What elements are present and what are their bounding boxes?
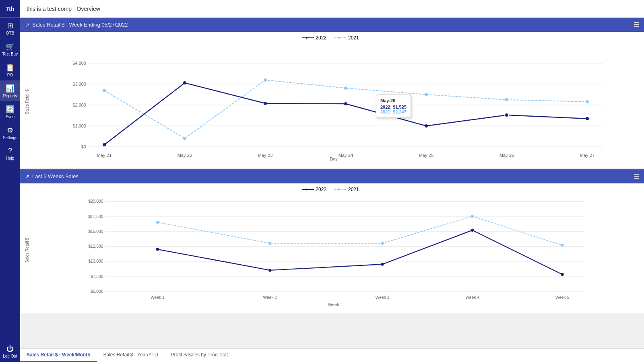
- svg-text:Week 2: Week 2: [263, 295, 277, 300]
- chart1-dot-2022-1: [103, 143, 106, 146]
- svg-text:May-23: May-23: [258, 153, 273, 158]
- svg-text:May-25: May-25: [419, 153, 434, 158]
- tab-week-month-label: Sales Retail $ - Week/Month: [27, 352, 91, 358]
- svg-text:$1,000: $1,000: [72, 123, 86, 128]
- svg-marker-24: [339, 188, 341, 191]
- tab-profit[interactable]: Profit $/Sales by Prod. Cat.: [165, 349, 236, 362]
- svg-text:$15,000: $15,000: [88, 229, 103, 234]
- sidebar-item-otb[interactable]: ⊞ OTB: [0, 18, 20, 39]
- chart2-menu-icon[interactable]: ☰: [634, 173, 639, 180]
- chart1-header-left: ↗ Sales Retail $ - Week Ending 05/27/202…: [25, 22, 128, 28]
- chart2-dot-2021-5: [561, 244, 564, 247]
- chart2-dot-2021-4: [471, 215, 474, 218]
- chart1-dot-2021-1: [103, 89, 106, 92]
- po-icon: 📋: [6, 63, 14, 72]
- sidebar-item-label-settings: Settings: [3, 136, 17, 140]
- chart2-header: ↗ Last 5 Weeks Sales ☰: [20, 169, 644, 183]
- svg-text:Week 3: Week 3: [376, 295, 390, 300]
- sidebar-item-label-logout: Log Out: [3, 354, 17, 358]
- svg-text:$4,000: $4,000: [72, 61, 86, 66]
- svg-text:$0: $0: [81, 144, 86, 149]
- sidebar-item-help[interactable]: ? Help: [0, 143, 20, 164]
- chart2-line-2021: [157, 216, 562, 245]
- sidebar: 7th ⊞ OTB 🛒 Test Buy 📋 PO 📊 Reports 🔄 Sy…: [0, 0, 20, 362]
- chart2-dot-2022-5: [561, 273, 564, 276]
- chart2-dot-2021-3: [381, 242, 384, 245]
- svg-marker-1: [306, 37, 308, 39]
- chart2-legend-2022: 2022: [302, 187, 326, 192]
- sidebar-item-test-buy[interactable]: 🛒 Test Buy: [0, 39, 20, 60]
- chart1-dot-2022-3: [264, 102, 267, 105]
- svg-text:$5,000: $5,000: [91, 289, 103, 294]
- chart1-tooltip: May-26 2022: $1,525 2021: $2,247: [376, 95, 411, 118]
- svg-text:$20,000: $20,000: [88, 199, 103, 204]
- svg-text:$17,500: $17,500: [88, 214, 103, 219]
- chart1-body: 2022 2021 Sales Retail $: [20, 32, 644, 168]
- chart1-title: Sales Retail $ - Week Ending 05/27/2022: [32, 22, 128, 28]
- tooltip-2021-label: 2021:: [380, 109, 392, 114]
- svg-text:May-21: May-21: [97, 153, 112, 158]
- svg-text:$3,000: $3,000: [72, 82, 86, 86]
- svg-text:May-27: May-27: [580, 153, 595, 158]
- chart2-dot-2022-4: [471, 229, 474, 232]
- svg-text:$2,000: $2,000: [72, 103, 86, 107]
- chart2-dot-2021-2: [268, 242, 271, 245]
- tooltip-date: May-26: [380, 98, 407, 103]
- sync-icon: 🔄: [6, 105, 14, 114]
- main-content: this is a test comp - Overview ↗ Sales R…: [20, 0, 644, 362]
- tooltip-2021-value: $2,247: [393, 109, 407, 114]
- otb-icon: ⊞: [7, 21, 13, 30]
- chart1-legend-2021-label: 2021: [348, 35, 359, 41]
- chart1-menu-icon[interactable]: ☰: [634, 21, 639, 29]
- chart1-section: ↗ Sales Retail $ - Week Ending 05/27/202…: [20, 18, 644, 168]
- chart1-dot-2021-4: [344, 86, 347, 90]
- tab-year-ytd[interactable]: Sales Retail $ - Year/YTD: [97, 349, 165, 362]
- header: this is a test comp - Overview: [20, 0, 644, 18]
- chart1-dot-2021-5: [425, 93, 428, 96]
- chart1-dot-2022-2: [183, 81, 186, 84]
- svg-marker-3: [339, 37, 341, 39]
- chart2-dot-2021-1: [156, 221, 159, 224]
- chart1-legend-2022: 2022: [302, 35, 326, 41]
- chart1-legend: 2022 2021: [23, 35, 638, 41]
- chart2-dot-2022-3: [381, 263, 384, 265]
- help-icon: ?: [8, 147, 12, 155]
- sidebar-item-reports[interactable]: 📊 Reports: [0, 80, 20, 101]
- svg-text:Week 4: Week 4: [465, 295, 479, 300]
- chart2-svg: $20,000 $17,500 $15,000 $12,500 $10,000 …: [30, 194, 638, 302]
- tab-week-month[interactable]: Sales Retail $ - Week/Month: [20, 349, 97, 362]
- test-buy-icon: 🛒: [6, 42, 14, 51]
- chart1-dot-2021-3: [264, 78, 267, 82]
- chart2-dot-2022-1: [156, 248, 159, 251]
- chart2-legend-2022-label: 2022: [316, 187, 326, 192]
- sidebar-item-sync[interactable]: 🔄 Sync: [0, 101, 20, 122]
- sidebar-item-label-po: PO: [7, 73, 13, 77]
- chart1-line-2022: [104, 83, 587, 145]
- tooltip-2022-value: $1,525: [393, 105, 407, 109]
- chart2-legend: 2022 2021: [23, 187, 638, 192]
- svg-text:$10,000: $10,000: [88, 259, 103, 263]
- chart1-dot-2022-7: [586, 117, 589, 120]
- tabs-bar: Sales Retail $ - Week/Month Sales Retail…: [20, 348, 644, 362]
- svg-text:Week 1: Week 1: [151, 295, 165, 300]
- sidebar-item-po[interactable]: 📋 PO: [0, 60, 20, 80]
- chart2-section: ↗ Last 5 Weeks Sales ☰ 2022 2021: [20, 169, 644, 313]
- sidebar-item-label-reports: Reports: [3, 94, 17, 98]
- chart2-header-left: ↗ Last 5 Weeks Sales: [25, 173, 78, 180]
- chart2-expand-icon: ↗: [25, 173, 30, 180]
- tab-profit-label: Profit $/Sales by Prod. Cat.: [171, 352, 229, 358]
- sidebar-item-label-otb: OTB: [6, 31, 14, 35]
- chart1-dot-2021-6: [505, 98, 508, 101]
- chart2-dot-2022-2: [268, 269, 271, 272]
- chart2-title: Last 5 Weeks Sales: [32, 173, 78, 179]
- sidebar-item-settings[interactable]: ⚙ Settings: [0, 122, 20, 143]
- svg-text:$7,500: $7,500: [91, 274, 103, 279]
- chart1-svg: $0 $1,000 $2,000 $3,000 $4,000 May-21 Ma…: [30, 42, 638, 159]
- chart1-dot-2021-7: [586, 100, 589, 103]
- sidebar-item-label-help: Help: [6, 156, 14, 160]
- sidebar-item-logout[interactable]: ⏻ Log Out: [0, 341, 20, 362]
- chart2-y-axis-label: Sales Retail $: [25, 238, 29, 263]
- chart1-dot-2021-2: [183, 137, 186, 140]
- settings-icon: ⚙: [7, 126, 13, 135]
- svg-text:$12,500: $12,500: [88, 244, 103, 249]
